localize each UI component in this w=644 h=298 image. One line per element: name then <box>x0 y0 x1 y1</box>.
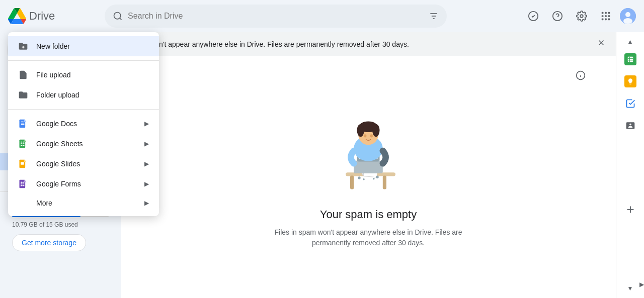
tasks-icon <box>625 98 635 109</box>
menu-item-new-folder[interactable]: New folder <box>8 36 159 56</box>
file-upload-label: File upload <box>36 71 71 79</box>
search-bar[interactable] <box>105 5 447 28</box>
filter-button[interactable] <box>429 11 439 21</box>
help-icon <box>552 11 563 22</box>
svg-rect-14 <box>608 15 610 17</box>
menu-item-file-upload[interactable]: File upload <box>8 65 159 85</box>
svg-point-47 <box>363 178 365 180</box>
google-sheets-label: Google Sheets <box>36 140 83 148</box>
svg-rect-78 <box>22 183 24 184</box>
svg-rect-17 <box>608 19 610 21</box>
panel-tasks-button[interactable] <box>620 93 640 114</box>
sheets-panel-icon <box>624 53 636 65</box>
menu-item-google-forms[interactable]: Google Forms ▶ <box>8 174 159 194</box>
panel-keep-button[interactable] <box>620 71 640 91</box>
empty-state: Your spam is empty Files in spam won't a… <box>121 56 616 298</box>
avatar-image <box>620 8 636 24</box>
file-upload-icon <box>18 70 28 80</box>
svg-rect-9 <box>602 12 604 14</box>
dropdown-menu: New folder File upload Folder upload Goo… <box>8 32 159 216</box>
info-banner-text: spam won't appear anywhere else in Drive… <box>131 40 597 48</box>
svg-point-48 <box>376 176 378 178</box>
storage-used-text: 10.79 GB of 15 GB used <box>12 221 109 228</box>
svg-rect-10 <box>605 12 607 14</box>
svg-rect-64 <box>21 142 22 143</box>
get-more-storage-button[interactable]: Get more storage <box>12 234 86 251</box>
panel-sheets-button[interactable] <box>620 49 640 69</box>
svg-point-79 <box>21 185 22 186</box>
scroll-up-button[interactable]: ▲ <box>625 36 635 47</box>
svg-rect-68 <box>21 145 22 146</box>
svg-rect-11 <box>608 12 610 14</box>
content-area: spam won't appear anywhere else in Drive… <box>121 32 616 298</box>
svg-rect-61 <box>21 124 25 125</box>
new-folder-label: New folder <box>36 42 70 50</box>
google-slides-label: Google Slides <box>36 160 80 168</box>
svg-point-43 <box>372 124 379 137</box>
google-docs-label: Google Docs <box>36 120 77 128</box>
folder-upload-icon <box>18 90 28 100</box>
check-circle-icon <box>528 11 539 22</box>
topbar: Drive <box>0 0 644 32</box>
google-sheets-icon <box>18 139 28 149</box>
menu-item-more[interactable]: More ▶ <box>8 194 159 212</box>
search-input[interactable] <box>128 12 424 21</box>
info-button[interactable] <box>576 70 586 82</box>
info-banner: spam won't appear anywhere else in Drive… <box>121 32 616 56</box>
svg-rect-13 <box>605 15 607 17</box>
svg-rect-33 <box>383 176 386 189</box>
svg-rect-15 <box>602 19 604 21</box>
svg-rect-16 <box>605 19 607 21</box>
svg-rect-50 <box>627 57 633 62</box>
google-forms-icon <box>18 179 28 189</box>
empty-state-title: Your spam is empty <box>320 208 417 221</box>
avatar[interactable] <box>620 8 636 24</box>
status-check-button[interactable] <box>523 6 543 26</box>
svg-rect-32 <box>350 176 354 189</box>
more-label: More <box>36 199 52 207</box>
empty-state-subtitle: Files in spam won't appear anywhere else… <box>268 227 469 248</box>
expand-panel-button[interactable]: ▶ <box>639 281 644 288</box>
app-name: Drive <box>29 10 55 23</box>
svg-rect-72 <box>21 162 24 165</box>
sheets-submenu-arrow: ▶ <box>144 140 149 147</box>
banner-close-button[interactable] <box>597 38 606 50</box>
menu-item-google-slides[interactable]: Google Slides ▶ <box>8 154 159 174</box>
settings-button[interactable] <box>572 6 592 26</box>
svg-point-77 <box>21 183 22 185</box>
svg-point-42 <box>357 124 364 137</box>
svg-point-44 <box>364 134 366 137</box>
menu-divider-2 <box>8 109 159 110</box>
menu-item-folder-upload[interactable]: Folder upload <box>8 85 159 105</box>
svg-rect-36 <box>354 161 383 173</box>
svg-point-19 <box>625 12 630 17</box>
google-docs-icon <box>18 119 28 129</box>
drive-logo-icon <box>8 7 26 25</box>
svg-rect-69 <box>23 145 24 146</box>
right-panel: ▲ ▼ ▶ <box>616 32 644 298</box>
contacts-icon <box>625 121 635 131</box>
menu-item-google-sheets[interactable]: Google Sheets ▶ <box>8 134 159 154</box>
search-icon <box>113 11 123 21</box>
settings-icon <box>576 11 587 22</box>
menu-item-google-docs[interactable]: Google Docs ▶ <box>8 114 159 134</box>
logo-area: Drive <box>8 7 99 25</box>
svg-rect-80 <box>22 185 24 186</box>
topbar-right <box>523 6 636 26</box>
info-circle-icon <box>576 70 586 80</box>
close-icon <box>597 38 606 47</box>
panel-contacts-button[interactable] <box>620 116 640 136</box>
svg-rect-66 <box>21 143 22 144</box>
help-button[interactable] <box>547 6 568 26</box>
svg-rect-12 <box>602 15 604 17</box>
apps-button[interactable] <box>596 6 616 26</box>
panel-add-button[interactable] <box>620 200 640 220</box>
svg-point-20 <box>623 18 632 24</box>
apps-grid-icon <box>600 11 611 22</box>
google-slides-icon <box>18 159 28 169</box>
new-folder-icon <box>18 41 28 51</box>
empty-illustration <box>323 106 414 196</box>
svg-rect-60 <box>21 123 25 123</box>
scroll-down-button[interactable]: ▼ <box>625 283 635 294</box>
svg-point-0 <box>114 13 121 19</box>
